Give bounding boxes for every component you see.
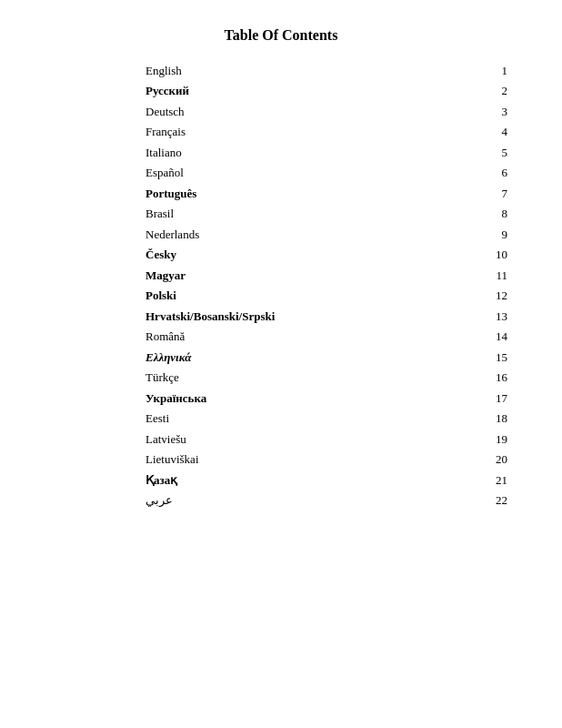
- toc-row: Česky10: [146, 245, 507, 266]
- toc-entry-label: Українська: [146, 388, 445, 409]
- toc-row: Brasil8: [146, 204, 507, 225]
- toc-entry-label: Русский: [146, 81, 445, 102]
- toc-entry-label: Lietuviškai: [146, 450, 445, 470]
- toc-entry-page: 14: [445, 327, 507, 348]
- toc-entry-page: 18: [445, 409, 507, 430]
- toc-row: Türkçe16: [146, 368, 507, 389]
- toc-row: Français4: [146, 122, 507, 143]
- toc-entry-page: 11: [445, 265, 507, 286]
- page-title: Table Of Contents: [55, 27, 562, 44]
- toc-entry-page: 12: [445, 286, 507, 307]
- toc-entry-label: Español: [146, 163, 445, 184]
- toc-row: Polski12: [146, 286, 507, 307]
- toc-entry-label: Magyar: [146, 265, 445, 286]
- toc-entry-label: Português: [146, 183, 445, 204]
- page: Table Of Contents English1Русский2Deutsc…: [0, 0, 562, 728]
- toc-row: Lietuviškai20: [146, 450, 507, 470]
- toc-row: Magyar11: [146, 265, 507, 286]
- toc-row: English1: [146, 60, 507, 81]
- toc-entry-page: 15: [445, 347, 507, 368]
- toc-entry-page: 9: [445, 224, 507, 245]
- toc-entry-page: 21: [445, 470, 507, 490]
- toc-table: English1Русский2Deutsch3Français4Italian…: [146, 60, 507, 511]
- toc-entry-label: Français: [146, 122, 445, 143]
- toc-entry-label: Česky: [146, 245, 445, 266]
- toc-entry-label: Polski: [146, 286, 445, 307]
- toc-entry-page: 5: [445, 142, 507, 163]
- toc-row: Português7: [146, 183, 507, 204]
- toc-entry-page: 20: [445, 450, 507, 470]
- toc-entry-label: Latviešu: [146, 429, 445, 450]
- toc-row: Latviešu19: [146, 429, 507, 450]
- toc-row: Hrvatski/Bosanski/Srpski13: [146, 306, 507, 327]
- toc-row: Nederlands9: [146, 224, 507, 245]
- toc-entry-label: Italiano: [146, 142, 445, 163]
- toc-entry-page: 4: [445, 122, 507, 143]
- toc-entry-label: Nederlands: [146, 224, 445, 245]
- toc-entry-label: Ελληνικά: [146, 347, 445, 368]
- toc-row: Українська17: [146, 388, 507, 409]
- toc-row: عربي22: [146, 490, 507, 511]
- toc-entry-label: Română: [146, 327, 445, 348]
- toc-row: Español6: [146, 163, 507, 184]
- toc-entry-page: 16: [445, 368, 507, 389]
- toc-row: Қазақ21: [146, 470, 507, 490]
- toc-row: Ελληνικά15: [146, 347, 507, 368]
- toc-row: Eesti18: [146, 409, 507, 430]
- toc-entry-page: 22: [445, 490, 507, 511]
- toc-entry-page: 8: [445, 204, 507, 225]
- toc-entry-page: 1: [445, 60, 507, 81]
- toc-entry-page: 7: [445, 183, 507, 204]
- toc-entry-label: عربي: [146, 490, 445, 511]
- toc-entry-label: Eesti: [146, 409, 445, 430]
- toc-entry-page: 19: [445, 429, 507, 450]
- toc-entry-label: Қазақ: [146, 470, 445, 490]
- toc-entry-label: Türkçe: [146, 368, 445, 389]
- toc-entry-page: 17: [445, 388, 507, 409]
- toc-entry-label: Brasil: [146, 204, 445, 225]
- toc-entry-page: 2: [445, 81, 507, 102]
- toc-entry-label: Hrvatski/Bosanski/Srpski: [146, 306, 445, 327]
- toc-row: Deutsch3: [146, 101, 507, 122]
- toc-entry-page: 13: [445, 306, 507, 327]
- toc-entry-label: English: [146, 60, 445, 81]
- toc-row: Русский2: [146, 81, 507, 102]
- toc-entry-page: 3: [445, 101, 507, 122]
- toc-entry-page: 10: [445, 245, 507, 266]
- toc-entry-label: Deutsch: [146, 101, 445, 122]
- toc-row: Română14: [146, 327, 507, 348]
- toc-row: Italiano5: [146, 142, 507, 163]
- toc-entry-page: 6: [445, 163, 507, 184]
